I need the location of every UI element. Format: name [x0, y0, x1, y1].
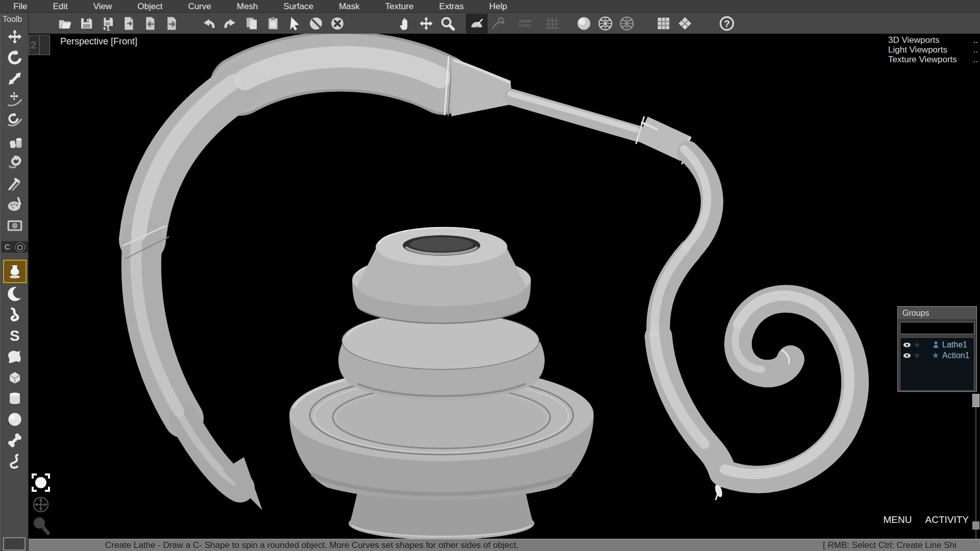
menu-curve[interactable]: Curve: [188, 0, 211, 13]
zoom-view-button[interactable]: [31, 515, 52, 536]
create-sphere-tool[interactable]: [4, 409, 26, 430]
quad-grid-button[interactable]: [653, 14, 674, 33]
side-scroll-handle[interactable]: [972, 394, 979, 407]
sphere-wire-icon: [598, 16, 613, 31]
pan-view-button[interactable]: [394, 14, 415, 33]
groups-filter-input[interactable]: [900, 322, 974, 334]
visibility-eye-icon[interactable]: [903, 353, 911, 359]
freeze-icon[interactable]: ✳: [913, 352, 921, 360]
group-item-label[interactable]: Lathe1: [942, 340, 967, 349]
quad-grid-icon: [656, 16, 671, 31]
rotate-along-path-tool[interactable]: [4, 110, 26, 131]
save-increment-button[interactable]: +1: [97, 14, 118, 33]
move-view-button[interactable]: [415, 14, 437, 33]
save-file-button[interactable]: [76, 14, 97, 33]
create-lathe-tool[interactable]: [3, 260, 27, 283]
menu-object[interactable]: Object: [137, 0, 162, 13]
tab-c[interactable]: C: [5, 242, 10, 252]
diamond-grid-button[interactable]: [674, 14, 696, 33]
visibility-eye-icon[interactable]: [903, 342, 911, 348]
menu-surface[interactable]: Surface: [283, 0, 313, 13]
focus-icon: [31, 472, 51, 493]
move-path-icon: [7, 91, 23, 108]
previous-file-button[interactable]: [140, 14, 161, 33]
deny-icon: [308, 16, 324, 31]
create-cylinder-tool[interactable]: [4, 388, 26, 409]
pane-split-line: [39, 35, 40, 55]
orbit-view-button[interactable]: [32, 496, 50, 513]
doc-export-icon: [121, 16, 137, 31]
protractor-mode-button[interactable]: [466, 14, 487, 33]
paint-icon: [7, 196, 23, 212]
sketch-grid-button[interactable]: [542, 14, 563, 33]
delete-button[interactable]: [327, 14, 348, 33]
viewport-menu-texture[interactable]: Texture Viewports..: [888, 55, 978, 64]
menu-edit[interactable]: Edit: [53, 0, 67, 13]
menu-mesh[interactable]: Mesh: [237, 0, 258, 13]
zoom-view-button[interactable]: [437, 14, 458, 33]
primitives-tool[interactable]: [4, 131, 26, 152]
redo-button[interactable]: [219, 14, 241, 33]
move-tool[interactable]: [4, 26, 26, 47]
viewport-menu-light[interactable]: Light Viewports..: [888, 45, 978, 55]
select-cursor-button[interactable]: [284, 14, 305, 33]
help-button[interactable]: ?: [716, 14, 738, 33]
groups-panel-title[interactable]: Groups: [898, 307, 976, 320]
deselect-button[interactable]: [305, 14, 327, 33]
create-sheet-tool[interactable]: [4, 346, 26, 367]
tab-o[interactable]: O: [15, 242, 25, 252]
menu-file[interactable]: File: [13, 0, 27, 13]
curve-object-tabs: CO: [2, 241, 28, 253]
copy-button[interactable]: [241, 14, 262, 33]
next-file-button[interactable]: [161, 14, 183, 33]
group-row-action1[interactable]: ✳★Action1: [900, 350, 974, 361]
svg-text:?: ?: [724, 18, 729, 29]
capture-tool[interactable]: [4, 214, 26, 235]
viewport-menu-label: 3D Viewports: [888, 35, 940, 45]
wireframe-dim-display-button[interactable]: [616, 14, 638, 33]
menu-help[interactable]: Help: [489, 0, 507, 13]
undo-button[interactable]: [198, 14, 219, 33]
freeze-icon[interactable]: ✳: [913, 341, 921, 349]
side-scroll-nub[interactable]: [972, 521, 979, 530]
curve-mag-icon: [491, 16, 506, 31]
svg-text:+1: +1: [103, 24, 110, 31]
shaded-display-button[interactable]: [573, 14, 595, 33]
paint-tool[interactable]: [4, 193, 26, 214]
camera-view-label: Perspective [Front]: [60, 36, 137, 47]
create-letter-tool[interactable]: S: [4, 325, 26, 346]
menu-texture[interactable]: Texture: [385, 0, 414, 13]
wireframe-display-button[interactable]: [595, 14, 616, 33]
smudge-tool[interactable]: [4, 152, 26, 172]
menu-extras[interactable]: Extras: [439, 0, 463, 13]
create-cube-tool[interactable]: [4, 367, 26, 388]
paste-button[interactable]: [262, 14, 284, 33]
move-along-path-tool[interactable]: [4, 89, 26, 110]
menu-mask[interactable]: Mask: [339, 0, 360, 13]
viewport-menu-label: Light Viewports: [888, 45, 947, 55]
viewport-layout-icon[interactable]: 2: [29, 35, 50, 55]
create-crescent-tool[interactable]: [4, 283, 26, 304]
3d-viewport[interactable]: 2 Perspective [Front] 3D Viewports..Ligh…: [29, 34, 980, 539]
create-wire-tool[interactable]: [4, 450, 26, 471]
open-file-button[interactable]: [54, 14, 76, 33]
menu-button[interactable]: MENU: [884, 514, 912, 525]
tools-icon: [7, 175, 23, 191]
scale-tool[interactable]: [4, 68, 26, 89]
group-row-lathe1[interactable]: ✳Lathe1: [900, 339, 974, 350]
viewport-menu-3d[interactable]: 3D Viewports..: [888, 35, 978, 45]
rotate-tool[interactable]: [4, 47, 26, 68]
protractor-icon: [469, 16, 484, 31]
menu-view[interactable]: View: [93, 0, 112, 13]
toolbar-group-1: +1: [54, 13, 183, 34]
draw-curve-mode-button[interactable]: [487, 14, 509, 33]
activity-button[interactable]: ACTIVITY: [925, 514, 969, 525]
group-item-label[interactable]: Action1: [942, 351, 969, 360]
export-file-button[interactable]: [118, 14, 140, 33]
draw-point-mode-button[interactable]: DRAWPOINT: [509, 14, 542, 33]
create-curve-tool[interactable]: [4, 304, 26, 325]
focus-view-button[interactable]: [31, 472, 51, 493]
draw-point-label: DRAWPOINT: [519, 19, 531, 28]
create-bone-tool[interactable]: [4, 430, 26, 450]
modify-tools[interactable]: [4, 172, 26, 193]
